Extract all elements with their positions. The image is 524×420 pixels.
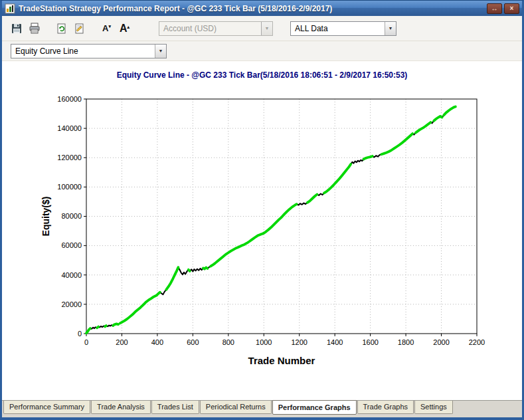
data-range-combo[interactable]: ALL Data ▼ [290, 21, 396, 36]
equity-curve-segment [434, 116, 442, 121]
tab-trade-analysis[interactable]: Trade Analysis [91, 401, 151, 414]
equity-curve-drawdown-segment [297, 203, 307, 205]
print-button[interactable] [25, 19, 43, 37]
x-tick-label: 1600 [362, 338, 378, 346]
equity-curve-segment [105, 326, 106, 326]
increase-font-button[interactable]: A▴ [116, 19, 133, 37]
graph-selector-row: Equity Curve Line ▼ [2, 41, 522, 61]
tab-periodical-returns[interactable]: Periodical Returns [200, 401, 272, 414]
app-window: TradeStation Strategy Performance Report… [0, 0, 524, 420]
close-button[interactable]: × [504, 3, 519, 14]
account-combo: Account (USD) ▼ [159, 21, 273, 36]
x-tick-label: 2200 [469, 338, 485, 346]
equity-curve-segment [381, 134, 412, 154]
save-icon [11, 23, 23, 35]
equity-curve-segment [211, 204, 297, 266]
y-tick-label: 0 [78, 330, 82, 338]
app-icon [5, 3, 15, 14]
x-tick-label: 1400 [327, 338, 343, 346]
x-tick-label: 200 [116, 338, 128, 346]
equity-curve-drawdown-segment [190, 268, 203, 271]
tab-trades-list[interactable]: Trades List [151, 401, 199, 414]
account-combo-value: Account (USD) [159, 24, 261, 33]
y-tick-label: 80000 [61, 212, 82, 220]
equity-curve-chart: 0200004000060000800001000001200001400001… [11, 84, 513, 369]
equity-curve-segment [97, 327, 98, 328]
equity-curve-drawdown-segment [373, 154, 381, 157]
x-axis-title: Trade Number [248, 355, 315, 366]
save-button[interactable] [7, 19, 25, 37]
tab-performance-summary[interactable]: Performance Summary [3, 401, 90, 414]
equity-curve-segment [307, 194, 317, 202]
x-tick-label: 1800 [398, 338, 414, 346]
x-tick-label: 1000 [256, 338, 272, 346]
x-tick-label: 2000 [433, 338, 449, 346]
equity-curve-segment [166, 267, 178, 290]
equity-curve-drawdown-segment [351, 159, 363, 165]
equity-curve-segment [189, 270, 190, 271]
x-tick-label: 0 [84, 338, 88, 346]
print-icon [29, 23, 41, 35]
y-tick-label: 20000 [61, 300, 82, 308]
tab-trade-graphs[interactable]: Trade Graphs [357, 401, 414, 414]
bottom-tab-strip: Performance Summary Trade Analysis Trade… [2, 400, 522, 417]
x-tick-label: 800 [222, 338, 234, 346]
graph-type-combo-value: Equity Curve Line [11, 47, 155, 56]
chevron-down-icon: ▼ [261, 22, 272, 35]
equity-curve-segment [444, 107, 456, 116]
equity-curve-segment [364, 156, 373, 159]
report-properties-icon [74, 23, 86, 35]
x-tick-label: 400 [151, 338, 163, 346]
window-title: TradeStation Strategy Performance Report… [19, 4, 483, 13]
equity-curve-segment [86, 328, 90, 333]
y-tick-label: 60000 [61, 241, 82, 249]
chevron-down-icon: ▼ [385, 22, 396, 35]
decrease-font-icon: A▾ [102, 24, 111, 33]
graph-type-combo[interactable]: Equity Curve Line ▼ [11, 44, 167, 58]
equity-curve-segment [416, 122, 431, 133]
y-tick-label: 140000 [57, 124, 82, 132]
tab-performance-graphs[interactable]: Performance Graphs [272, 400, 357, 415]
x-tick-label: 1200 [291, 338, 307, 346]
restore-button[interactable]: ↔ [487, 3, 502, 14]
chart-title: Equity Curve Line - @GC 233 Tick Bar(5/1… [117, 70, 408, 80]
chevron-down-icon: ▼ [155, 45, 166, 58]
y-tick-label: 100000 [57, 183, 82, 191]
tab-settings[interactable]: Settings [414, 401, 453, 414]
equity-curve-segment [113, 324, 118, 326]
x-tick-label: 600 [187, 338, 199, 346]
data-range-combo-value: ALL Data [291, 24, 385, 33]
equity-curve-segment [324, 164, 351, 193]
equity-curve-drawdown-segment [178, 267, 188, 274]
title-bar: TradeStation Strategy Performance Report… [2, 1, 522, 16]
y-tick-label: 120000 [57, 154, 82, 161]
equity-curve-segment [203, 268, 208, 269]
chart-area: Equity Curve Line - @GC 233 Tick Bar(5/1… [2, 61, 522, 400]
report-properties-button[interactable] [70, 19, 88, 37]
decrease-font-button[interactable]: A▾ [98, 19, 116, 37]
equity-curve-segment [120, 292, 160, 324]
y-tick-label: 160000 [57, 95, 82, 103]
refresh-report-icon [56, 23, 68, 35]
y-axis-title: Equity($) [41, 197, 51, 237]
increase-font-icon: A▴ [120, 23, 130, 34]
y-tick-label: 40000 [61, 271, 82, 279]
main-toolbar: A▾ A▴ Account (USD) ▼ ALL Data ▼ [2, 16, 522, 41]
refresh-report-button[interactable] [52, 19, 70, 37]
